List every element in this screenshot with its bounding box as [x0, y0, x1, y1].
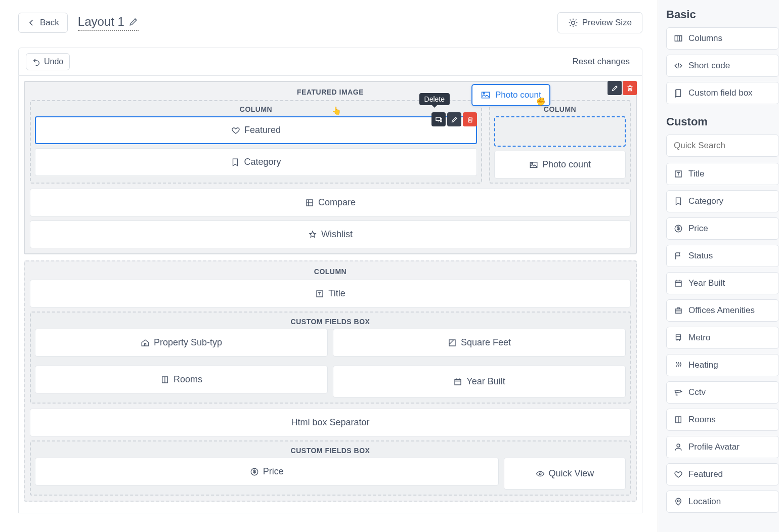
column-left[interactable]: COLUMN Featured Delete Categor: [30, 100, 482, 184]
section-edit-button[interactable]: [608, 81, 622, 95]
box-icon: [674, 88, 683, 98]
columns-icon: [674, 34, 683, 43]
dollar-icon: [250, 467, 259, 476]
door-icon: [160, 375, 169, 384]
sidebar-item-status[interactable]: Status: [666, 245, 779, 267]
chip-label: Category: [688, 196, 723, 206]
chip-label: Profile Avatar: [688, 442, 740, 452]
custom-fields-box-2[interactable]: CUSTOM FIELDS BOX Price Quick View: [30, 440, 631, 496]
chip-label: Custom field box: [688, 88, 753, 98]
preview-size-button[interactable]: Preview Size: [557, 12, 642, 33]
heart-icon: [231, 126, 240, 135]
sidebar-item-title[interactable]: Title: [666, 163, 779, 185]
sidebar-custom-heading: Custom: [666, 115, 779, 128]
undo-label: Undo: [44, 57, 63, 66]
custom-fields-box-1[interactable]: CUSTOM FIELDS BOX Property Sub-typ Squar…: [30, 312, 631, 404]
sidebar-item-category[interactable]: Category: [666, 190, 779, 212]
pin-icon: [674, 497, 683, 506]
sidebar-item-rooms[interactable]: Rooms: [666, 409, 779, 431]
heart-icon: [674, 470, 683, 479]
field-rooms[interactable]: Rooms: [35, 366, 328, 393]
field-wishlist[interactable]: Wishlist: [30, 220, 631, 248]
chip-label: Offices Amenities: [688, 305, 755, 316]
chip-label: Cctv: [688, 387, 706, 397]
gear-icon: [568, 18, 578, 28]
field-wishlist-label: Wishlist: [321, 229, 353, 240]
layout-title[interactable]: Layout 1: [78, 15, 139, 31]
field-property-subtype[interactable]: Property Sub-typ: [35, 329, 328, 357]
sidebar-item-offices-amenities[interactable]: Offices Amenities: [666, 299, 779, 322]
sidebar-item-profile-avatar[interactable]: Profile Avatar: [666, 436, 779, 458]
field-compare[interactable]: Compare: [30, 189, 631, 216]
field-html-separator[interactable]: Html box Separator: [30, 409, 631, 436]
field-delete-button[interactable]: [463, 112, 477, 126]
chip-label: Columns: [688, 33, 722, 43]
grab-cursor-icon: ✊: [536, 97, 546, 106]
star-icon: [308, 230, 317, 239]
calendar-icon: [453, 377, 462, 386]
field-title[interactable]: Title: [30, 280, 631, 307]
pencil-icon: [128, 17, 139, 27]
heat-icon: [674, 361, 683, 370]
section-delete-button[interactable]: [623, 81, 637, 95]
text-icon: [315, 289, 324, 298]
dropzone[interactable]: [494, 116, 626, 147]
field-category-label: Category: [244, 157, 281, 167]
text-icon: [674, 169, 683, 179]
chip-label: Rooms: [688, 415, 716, 425]
drag-chip-label: Photo count: [495, 90, 541, 100]
field-label: Property Sub-typ: [154, 337, 222, 348]
sidebar-search-input[interactable]: [666, 135, 779, 157]
chip-label: Price: [688, 224, 708, 234]
back-button[interactable]: Back: [18, 13, 68, 33]
sidebar-item-price[interactable]: Price: [666, 217, 779, 240]
field-square-feet[interactable]: Square Feet: [333, 329, 626, 357]
field-year-built[interactable]: Year Built: [333, 366, 626, 397]
field-label: Rooms: [174, 374, 202, 385]
sidebar-item-short-code[interactable]: Short code: [666, 55, 779, 77]
field-compare-label: Compare: [318, 197, 356, 208]
layout-title-text: Layout 1: [78, 15, 124, 29]
bookmark-icon: [231, 158, 240, 167]
sidebar-item-year-built[interactable]: Year Built: [666, 272, 779, 294]
cfbox-title: CUSTOM FIELDS BOX: [35, 316, 626, 329]
sidebar: Basic Columns Short code Custom field bo…: [658, 0, 779, 532]
preview-size-label: Preview Size: [582, 18, 632, 28]
field-photo-count-label: Photo count: [542, 159, 591, 170]
sidebar-item-location[interactable]: Location: [666, 491, 779, 513]
section-featured-image[interactable]: FEATURED IMAGE COLUMN Featured Delete: [24, 81, 637, 254]
calendar-icon: [674, 279, 683, 288]
ruler-icon: [448, 338, 457, 347]
field-responsive-button[interactable]: [431, 112, 446, 126]
sidebar-item-featured[interactable]: Featured: [666, 463, 779, 485]
reset-changes-button[interactable]: Reset changes: [568, 53, 635, 70]
sidebar-item-cctv[interactable]: Cctv: [666, 381, 779, 404]
field-category[interactable]: Category: [35, 148, 477, 176]
chip-label: Year Built: [688, 278, 725, 288]
section-column[interactable]: COLUMN Title CUSTOM FIELDS BOX Property …: [24, 260, 637, 502]
sidebar-item-metro[interactable]: Metro: [666, 327, 779, 349]
bookmark-icon: [674, 197, 683, 206]
field-price[interactable]: Price: [35, 458, 499, 485]
field-edit-button[interactable]: [447, 112, 461, 126]
sidebar-item-heating[interactable]: Heating: [666, 354, 779, 376]
field-label: Square Feet: [461, 337, 511, 348]
undo-button[interactable]: Undo: [26, 53, 70, 70]
field-photo-count[interactable]: Photo count: [494, 151, 626, 179]
chevron-left-icon: [27, 18, 36, 27]
column-label: COLUMN: [494, 105, 626, 116]
field-label: Year Built: [466, 376, 505, 387]
suitcase-icon: [674, 306, 683, 315]
field-label: Price: [263, 466, 284, 477]
field-featured-label: Featured: [244, 125, 281, 136]
code-icon: [674, 61, 683, 70]
door-icon: [674, 415, 683, 424]
sidebar-item-columns[interactable]: Columns: [666, 27, 779, 50]
pointer-cursor-icon: 👆: [332, 106, 341, 115]
chip-label: Location: [688, 497, 721, 507]
column-right[interactable]: COLUMN Photo count: [489, 100, 631, 184]
cfbox-title: CUSTOM FIELDS BOX: [35, 445, 626, 458]
field-featured[interactable]: Featured Delete: [35, 116, 477, 144]
sidebar-item-custom-field-box[interactable]: Custom field box: [666, 82, 779, 104]
field-quick-view[interactable]: Quick View: [504, 458, 626, 490]
